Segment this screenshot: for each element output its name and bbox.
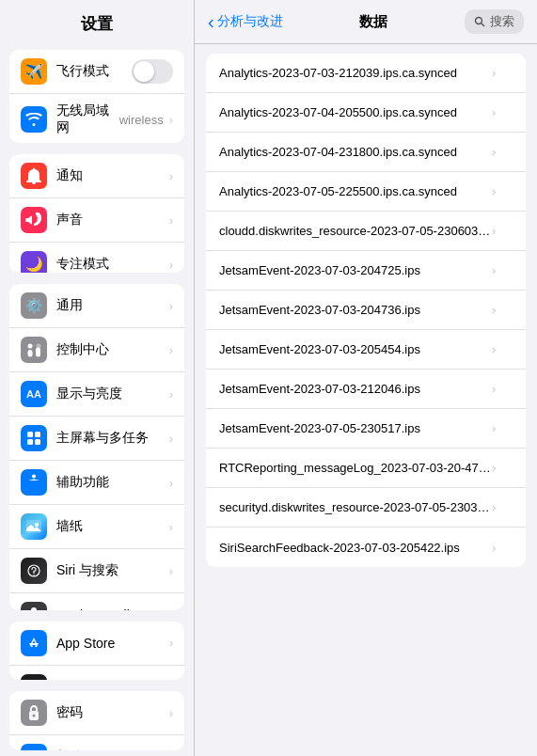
wifi-icon <box>21 106 47 133</box>
sidebar-item-sound[interactable]: 声音 › <box>9 198 184 243</box>
chevron-right-icon: › <box>492 224 496 238</box>
list-item[interactable]: Analytics-2023-07-03-212039.ips.ca.synce… <box>206 54 526 93</box>
chevron-right-icon: › <box>492 461 496 475</box>
list-item[interactable]: JetsamEvent-2023-07-05-230517.ips › <box>206 409 526 449</box>
sidebar-item-applepencil[interactable]: Apple Pencil › <box>9 593 184 610</box>
analytics-list: Analytics-2023-07-03-212039.ips.ca.synce… <box>206 54 526 567</box>
sidebar-item-label: 主屏幕与多任务 <box>56 430 167 447</box>
main-panel: ‹ 分析与改进 数据 搜索 Analytics-2023-07-03-21203… <box>195 0 537 756</box>
chevron-right-icon: › <box>492 105 496 119</box>
siri-icon <box>21 558 47 584</box>
list-item[interactable]: JetsamEvent-2023-07-03-205454.ips › <box>206 330 526 370</box>
sidebar-item-homescreen[interactable]: 主屏幕与多任务 › <box>9 417 184 461</box>
svg-line-32 <box>482 24 484 26</box>
sidebar-item-label: 密码 <box>56 704 167 721</box>
sidebar-item-passwords[interactable]: 密码 › <box>9 691 184 735</box>
chevron-right-icon: › <box>169 213 173 228</box>
header-title: 数据 <box>291 13 457 31</box>
list-item-label: RTCReporting_messageLog_2023-07-03-20-47… <box>219 461 492 475</box>
sidebar-item-label: 声音 <box>56 212 167 228</box>
sound-icon <box>21 207 47 233</box>
svg-rect-2 <box>27 350 32 357</box>
search-label: 搜索 <box>490 13 514 30</box>
list-item-label: JetsamEvent-2023-07-03-204725.ips <box>219 263 492 277</box>
sidebar-item-siri[interactable]: Siri 与搜索 › <box>9 549 184 593</box>
list-item[interactable]: Analytics-2023-07-04-205500.ips.ca.synce… <box>206 93 526 133</box>
list-item-label: Analytics-2023-07-05-225500.ips.ca.synce… <box>219 184 492 198</box>
wifi-value: wireless <box>119 113 164 127</box>
chevron-right-icon: › <box>492 421 496 435</box>
chevron-right-icon: › <box>169 706 173 720</box>
svg-rect-5 <box>35 432 40 437</box>
chevron-right-icon: › <box>492 263 496 277</box>
sidebar-item-airplane[interactable]: ✈️ 飞行模式 <box>9 50 184 94</box>
search-icon <box>474 16 485 27</box>
chevron-right-icon: › <box>169 113 173 127</box>
chevron-right-icon: › <box>492 145 496 159</box>
list-item-label: Analytics-2023-07-04-205500.ips.ca.synce… <box>219 105 492 119</box>
chevron-right-icon: › <box>169 169 173 183</box>
appstore-icon <box>21 630 47 656</box>
sidebar-item-display[interactable]: AA 显示与亮度 › <box>9 372 184 417</box>
controlcenter-icon <box>21 337 47 363</box>
list-item[interactable]: RTCReporting_messageLog_2023-07-03-20-47… <box>206 449 526 488</box>
chevron-right-icon: › <box>492 382 496 396</box>
chevron-right-icon: › <box>169 343 173 357</box>
svg-point-29 <box>33 715 36 717</box>
svg-point-12 <box>33 575 35 576</box>
svg-point-0 <box>27 343 32 348</box>
sidebar-item-controlcenter[interactable]: 控制中心 › <box>9 328 184 372</box>
sidebar-section-5: 密码 › 邮件 › <box>9 691 184 750</box>
list-container: Analytics-2023-07-03-212039.ips.ca.synce… <box>195 44 537 756</box>
sidebar-item-label: 钱包与 Apple Pay <box>56 679 167 681</box>
sidebar-item-wallpaper[interactable]: 墙纸 › <box>9 505 184 549</box>
sidebar-item-wallet[interactable]: 钱包与 Apple Pay › <box>9 666 184 681</box>
sidebar-section-3: ⚙️ 通用 › 控制中心 › AA 显示与亮度 › 主屏幕与多任务 › <box>9 284 184 610</box>
list-item[interactable]: securityd.diskwrites_resource-2023-07-05… <box>206 488 526 528</box>
chevron-right-icon: › <box>169 387 173 402</box>
svg-point-10 <box>35 523 39 527</box>
list-item-label: SiriSearchFeedback-2023-07-03-205422.ips <box>219 541 492 555</box>
chevron-right-icon: › <box>169 476 173 490</box>
airplane-toggle[interactable] <box>132 59 173 84</box>
sidebar-item-focus[interactable]: 🌙 专注模式 › <box>9 243 184 273</box>
back-chevron-icon: ‹ <box>208 12 214 31</box>
sidebar-item-label: 通知 <box>56 167 167 184</box>
list-item[interactable]: Analytics-2023-07-04-231800.ips.ca.synce… <box>206 133 526 172</box>
svg-rect-13 <box>31 607 37 610</box>
list-item-label: JetsamEvent-2023-07-03-212046.ips <box>219 382 492 396</box>
sidebar-item-wifi[interactable]: 无线局域网 wireless › <box>9 94 184 143</box>
sidebar-item-accessibility[interactable]: 辅助功能 › <box>9 461 184 505</box>
list-item-label: JetsamEvent-2023-07-03-205454.ips <box>219 342 492 356</box>
chevron-right-icon: › <box>169 564 173 578</box>
sidebar-item-appstore[interactable]: App Store › <box>9 622 184 666</box>
list-item[interactable]: JetsamEvent-2023-07-03-204736.ips › <box>206 291 526 330</box>
sidebar-item-label: 通用 <box>56 297 167 314</box>
list-item-label: JetsamEvent-2023-07-03-204736.ips <box>219 303 492 317</box>
sidebar-item-mail[interactable]: 邮件 › <box>9 735 184 750</box>
chevron-right-icon: › <box>169 432 173 446</box>
sidebar-title: 设置 <box>0 0 194 44</box>
chevron-right-icon: › <box>492 342 496 356</box>
sidebar-item-label: 墙纸 <box>56 518 167 535</box>
back-button[interactable]: ‹ 分析与改进 <box>208 12 283 31</box>
display-icon: AA <box>21 381 47 407</box>
list-item[interactable]: Analytics-2023-07-05-225500.ips.ca.synce… <box>206 172 526 212</box>
list-item-label: JetsamEvent-2023-07-05-230517.ips <box>219 421 492 435</box>
list-item[interactable]: JetsamEvent-2023-07-03-204725.ips › <box>206 251 526 291</box>
sidebar-item-label: Siri 与搜索 <box>56 562 167 579</box>
sidebar-section-4: App Store › 钱包与 Apple Pay › <box>9 622 184 681</box>
chevron-right-icon: › <box>169 608 173 610</box>
sidebar-item-general[interactable]: ⚙️ 通用 › <box>9 284 184 328</box>
list-item[interactable]: JetsamEvent-2023-07-03-212046.ips › <box>206 370 526 409</box>
chevron-right-icon: › <box>492 184 496 198</box>
list-item[interactable]: SiriSearchFeedback-2023-07-03-205422.ips… <box>206 528 526 567</box>
list-item[interactable]: cloudd.diskwrites_resource-2023-07-05-23… <box>206 212 526 251</box>
sidebar-item-notification[interactable]: 通知 › <box>9 154 184 198</box>
sidebar-item-label: App Store <box>56 636 167 651</box>
list-item-label: securityd.diskwrites_resource-2023-07-05… <box>219 500 492 514</box>
chevron-right-icon: › <box>169 636 173 650</box>
search-button[interactable]: 搜索 <box>465 9 524 34</box>
chevron-right-icon: › <box>169 258 173 272</box>
list-item-label: Analytics-2023-07-04-231800.ips.ca.synce… <box>219 145 492 159</box>
